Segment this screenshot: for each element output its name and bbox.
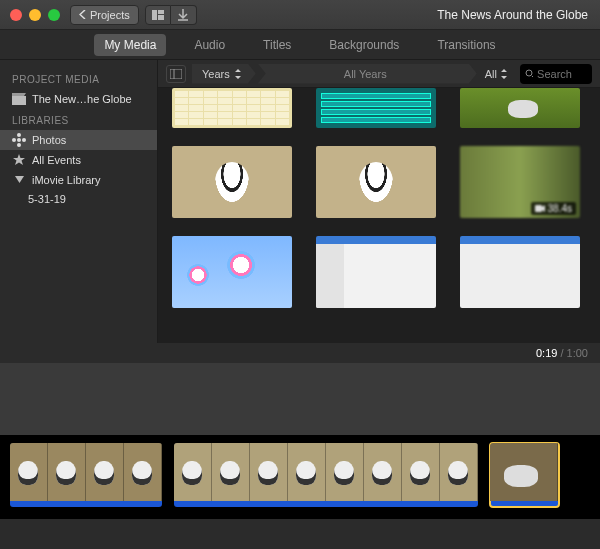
fullscreen-window-button[interactable] [48,9,60,21]
tab-backgrounds[interactable]: Backgrounds [319,34,409,56]
sidebar-toggle-button[interactable] [166,65,186,83]
tab-titles[interactable]: Titles [253,34,301,56]
project-media-header: PROJECT MEDIA [0,68,157,89]
close-window-button[interactable] [10,9,22,21]
import-button[interactable] [171,5,197,25]
clip-frame [326,443,364,501]
sidebar-item-imovie-library[interactable]: iMovie Library [0,170,157,190]
search-input[interactable] [537,68,587,80]
layout-icon [152,10,164,20]
clip-frame [48,443,86,501]
svg-rect-1 [158,10,164,14]
video-icon [535,205,545,212]
dog-floor-thumb-1[interactable] [172,146,292,218]
svg-rect-13 [535,205,542,212]
flower-icon [12,133,26,147]
window-titlebar: Projects The News Around the Globe [0,0,600,30]
timeline-track[interactable] [0,435,600,519]
svg-point-8 [22,138,26,142]
view-layout-segmented[interactable] [145,5,197,25]
svg-point-4 [17,138,21,142]
tab-transitions[interactable]: Transitions [427,34,505,56]
playhead-time-display: 0:19 / 1:00 [0,343,600,363]
svg-rect-2 [158,15,164,20]
svg-rect-3 [12,96,26,105]
filter-dropdown[interactable]: All [479,68,514,80]
svg-point-11 [526,70,532,76]
motion-blur-thumb[interactable]: 38.4s [460,146,580,218]
total-time: 1:00 [567,347,588,359]
imovie-library-label: iMovie Library [32,174,100,186]
time-separator: / [557,347,566,359]
dog-grass-thumb[interactable] [460,88,580,128]
clip-frame [10,443,48,501]
filter-label: All [485,68,497,80]
media-grid[interactable]: 38.4s [158,88,600,343]
back-label: Projects [90,9,130,21]
clip-frame [440,443,478,501]
clip-frame [288,443,326,501]
tab-my-media[interactable]: My Media [94,34,166,56]
timeline-empty-area[interactable] [0,363,600,435]
sort-arrows-icon [500,69,508,79]
clip-2[interactable] [174,443,478,507]
download-arrow-icon [178,9,188,21]
svg-point-6 [17,143,21,147]
event-date-label: 5-31-19 [28,193,66,205]
clapperboard-icon [12,92,26,106]
grouping-crumb[interactable]: Years [192,64,256,84]
svg-rect-9 [170,69,182,79]
settings-window-thumb[interactable] [316,236,436,308]
range-label: All Years [344,68,387,80]
libraries-header: LIBRARIES [0,109,157,130]
tab-audio[interactable]: Audio [184,34,235,56]
sidebar-item-photos[interactable]: Photos [0,130,157,150]
sort-arrows-icon [234,69,242,79]
svg-rect-0 [152,10,157,20]
svg-point-7 [12,138,16,142]
chevron-left-icon [79,10,86,19]
layout-grid-button[interactable] [145,5,171,25]
svg-point-5 [17,133,21,137]
video-duration-badge: 38.4s [531,202,576,215]
grouping-label: Years [202,68,230,80]
sidebar-event-item[interactable]: 5-31-19 [0,190,157,208]
balloons-sky-thumb[interactable] [172,236,292,308]
range-crumb[interactable]: All Years [258,64,477,84]
window-controls [10,9,60,21]
word-game-thumb[interactable] [172,88,292,128]
media-tabs: My Media Audio Titles Backgrounds Transi… [0,30,600,60]
media-row [172,88,586,128]
quiz-panel-thumb[interactable] [316,88,436,128]
clip-frame [174,443,212,501]
sidebar-icon [170,69,182,79]
project-media-label: The New…he Globe [32,93,132,105]
star-icon [12,153,26,167]
clip-1[interactable] [10,443,162,507]
photos-label: Photos [32,134,66,146]
clip-frame [212,443,250,501]
dog-floor-thumb-2[interactable] [316,146,436,218]
minimize-window-button[interactable] [29,9,41,21]
media-row: 38.4s [172,146,586,218]
clip-frame [402,443,440,501]
browser-window-thumb[interactable] [460,236,580,308]
clip-frame [86,443,124,501]
window-title: The News Around the Globe [437,8,590,22]
current-time: 0:19 [536,347,557,359]
clip-frame [250,443,288,501]
main-area: PROJECT MEDIA The New…he Globe LIBRARIES… [0,60,600,343]
media-browser: Years All Years All 38.4s [158,60,600,343]
project-media-item[interactable]: The New…he Globe [0,89,157,109]
clip-3-selected[interactable] [490,443,559,507]
sidebar-item-all-events[interactable]: All Events [0,150,157,170]
media-row [172,236,586,308]
clip-frame [124,443,162,501]
all-events-label: All Events [32,154,81,166]
clip-frame [364,443,402,501]
library-sidebar: PROJECT MEDIA The New…he Globe LIBRARIES… [0,60,158,343]
search-field[interactable] [520,64,592,84]
clip-frame [490,443,558,501]
disclosure-triangle-icon[interactable] [12,173,26,187]
back-to-projects-button[interactable]: Projects [70,5,139,25]
